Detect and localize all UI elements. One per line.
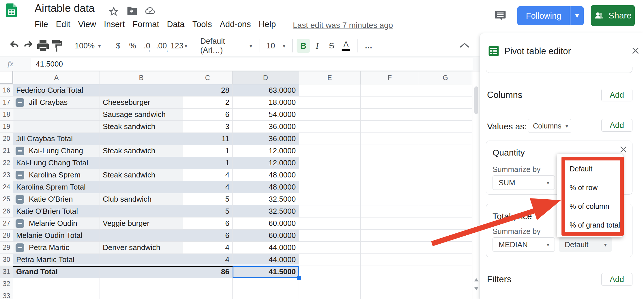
cell-A30[interactable]: Petra Martic Total (13, 254, 100, 266)
row-header-30[interactable]: 30 (0, 254, 13, 266)
cell-G29[interactable] (419, 242, 472, 254)
cell-E23[interactable] (299, 169, 361, 181)
cell-E31[interactable] (299, 266, 361, 278)
cell-E22[interactable] (299, 157, 361, 169)
quantity-card-close-icon[interactable] (619, 145, 627, 154)
scroll-up-arrow[interactable] (474, 278, 479, 281)
cell-G26[interactable] (419, 205, 472, 217)
google-sheets-logo[interactable] (6, 3, 17, 17)
cell-C17[interactable]: 2 (183, 96, 233, 109)
following-dropdown-caret[interactable]: ▼ (570, 12, 584, 20)
values-as-select[interactable]: Columns▾ (528, 119, 571, 133)
menu-item-tools[interactable]: Tools (192, 20, 212, 29)
cell-B33[interactable] (100, 290, 183, 299)
cell-A22[interactable]: Kai-Lung Chang Total (13, 157, 100, 169)
star-icon[interactable] (108, 6, 119, 17)
cell-B22[interactable] (100, 157, 183, 169)
collapse-group-button[interactable] (16, 98, 24, 107)
cell-A31[interactable]: Grand Total (13, 266, 100, 278)
row-header-27[interactable]: 27 (0, 217, 13, 230)
font-select[interactable]: Default (Ari…)▾ (197, 39, 255, 53)
column-header-A[interactable]: A (13, 71, 100, 84)
decrease-decimals-button[interactable]: .0← (140, 39, 154, 53)
cell-E19[interactable] (299, 121, 361, 133)
cell-B31[interactable] (100, 266, 183, 278)
cell-B32[interactable] (100, 278, 183, 290)
cell-F20[interactable] (361, 133, 419, 145)
text-color-button[interactable]: A (339, 39, 353, 53)
cell-E24[interactable] (299, 181, 361, 193)
cell-F30[interactable] (361, 254, 419, 266)
menu-item-add-ons[interactable]: Add-ons (220, 20, 251, 29)
cell-C24[interactable]: 4 (183, 181, 233, 193)
cell-G18[interactable] (419, 109, 472, 121)
cell-C28[interactable]: 6 (183, 230, 233, 242)
collapse-group-button[interactable] (16, 219, 24, 228)
row-header-20[interactable]: 20 (0, 133, 13, 145)
cell-F16[interactable] (361, 84, 419, 96)
cell-F28[interactable] (361, 230, 419, 242)
last-edit-link[interactable]: Last edit was 7 minutes ago (293, 21, 393, 30)
cell-D33[interactable] (233, 290, 299, 299)
add-filters-button[interactable]: Add (601, 273, 632, 286)
cell-A32[interactable] (13, 278, 100, 290)
cell-B26[interactable] (100, 205, 183, 217)
row-header-18[interactable]: 18 (0, 109, 13, 121)
add-values-button[interactable]: Add (601, 119, 632, 132)
move-folder-icon[interactable] (127, 6, 137, 16)
bold-button[interactable]: B (297, 39, 310, 53)
cell-A25[interactable]: Katie O'Brien (13, 193, 100, 205)
row-header-32[interactable]: 32 (0, 278, 13, 290)
cell-G16[interactable] (419, 84, 472, 96)
cell-B21[interactable]: Steak sandwich (100, 145, 183, 157)
cell-G25[interactable] (419, 193, 472, 205)
increase-decimals-button[interactable]: .00→ (154, 39, 169, 53)
cell-F32[interactable] (361, 278, 419, 290)
row-header-25[interactable]: 25 (0, 193, 13, 205)
cell-A26[interactable]: Katie O'Brien Total (13, 205, 100, 217)
cell-G20[interactable] (419, 133, 472, 145)
row-header-31[interactable]: 31 (0, 266, 13, 278)
cell-F19[interactable] (361, 121, 419, 133)
cell-C29[interactable]: 4 (183, 242, 233, 254)
cell-E33[interactable] (299, 290, 361, 299)
cell-D23[interactable]: 48.0000 (233, 169, 299, 181)
cell-G31[interactable] (419, 266, 472, 278)
cell-B27[interactable]: Veggie burger (100, 217, 183, 230)
column-header-B[interactable]: B (100, 71, 183, 84)
cell-E30[interactable] (299, 254, 361, 266)
cell-E26[interactable] (299, 205, 361, 217)
add-columns-button[interactable]: Add (601, 89, 632, 101)
quantity-summarize-select[interactable]: SUM▾ (493, 175, 555, 190)
cell-G33[interactable] (419, 290, 472, 299)
zoom-select[interactable]: 100%▾ (73, 39, 103, 53)
cell-C30[interactable]: 4 (183, 254, 233, 266)
cell-A28[interactable]: Melanie Oudin Total (13, 230, 100, 242)
column-header-F[interactable]: F (361, 71, 419, 84)
row-header-28[interactable]: 28 (0, 230, 13, 242)
format-currency-button[interactable]: $ (111, 39, 126, 53)
formula-input[interactable]: 41.5000 (31, 58, 473, 70)
cell-F18[interactable] (361, 109, 419, 121)
cell-F27[interactable] (361, 217, 419, 230)
row-header-26[interactable]: 26 (0, 205, 13, 217)
select-all-corner[interactable] (0, 71, 13, 84)
menu-item-edit[interactable]: Edit (56, 20, 70, 29)
cell-D19[interactable]: 36.0000 (233, 121, 299, 133)
row-header-21[interactable]: 21 (0, 145, 13, 157)
italic-button[interactable]: I (310, 39, 324, 53)
cell-F33[interactable] (361, 290, 419, 299)
number-format-select[interactable]: 123▾ (169, 39, 189, 53)
cell-B29[interactable]: Denver sandwich (100, 242, 183, 254)
scrollbar-thumb[interactable] (474, 86, 478, 114)
cell-B25[interactable]: Club sandwich (100, 193, 183, 205)
collapse-group-button[interactable] (16, 243, 24, 252)
cell-B18[interactable]: Sausage sandwich (100, 109, 183, 121)
more-toolbar-button[interactable]: … (362, 39, 376, 53)
cell-B19[interactable]: Steak sandwich (100, 121, 183, 133)
row-header-19[interactable]: 19 (0, 121, 13, 133)
cell-D22[interactable]: 12.0000 (233, 157, 299, 169)
cell-G22[interactable] (419, 157, 472, 169)
cell-G24[interactable] (419, 181, 472, 193)
cell-D26[interactable]: 32.5000 (233, 205, 299, 217)
